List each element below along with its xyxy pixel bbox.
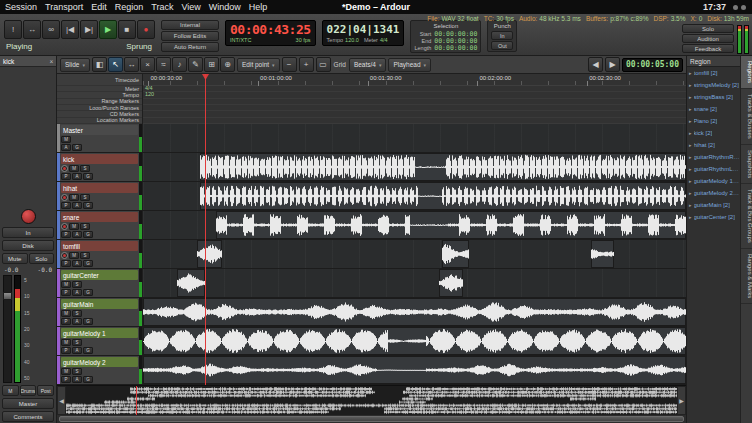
nudge-clock[interactable]: 00:00:05:00 (622, 58, 683, 72)
region-list-item[interactable]: guitarMain [2] (687, 199, 740, 211)
region-list-item[interactable]: guitarRhythmRight [2] (687, 151, 740, 163)
tab-snapshots[interactable]: Snapshots (741, 145, 752, 184)
zoom-in-button[interactable]: + (299, 57, 314, 72)
timeline-rulers[interactable]: 00:00:30:0000:01:00:0000:01:30:0000:02:0… (143, 74, 686, 124)
track-name-label[interactable]: guitarCenter (61, 270, 138, 280)
track-a-button[interactable]: A (72, 173, 82, 180)
track-header-guitarmelody-2[interactable]: guitarMelody 2MSPAG (57, 356, 143, 384)
gain-display[interactable]: -0.0 (4, 266, 18, 273)
tab-tracks-busses[interactable]: Tracks & Busses (741, 89, 752, 145)
menu-edit[interactable]: Edit (91, 0, 107, 14)
track-lane-kick[interactable] (143, 153, 686, 181)
comments-button[interactable]: Comments (2, 411, 54, 422)
expand-triangle-icon[interactable] (689, 106, 692, 112)
disk-monitor-button[interactable]: Disk (2, 240, 54, 251)
track-m-button[interactable]: M (69, 165, 79, 172)
record-enable-button[interactable] (21, 209, 36, 224)
tool-smart-mode-button[interactable]: ◧ (92, 57, 107, 72)
gain-fader[interactable] (3, 275, 12, 383)
session-summary[interactable]: ◀ ▶ (57, 385, 686, 415)
tab-track-bus-groups[interactable]: Track & Bus Groups (741, 184, 752, 249)
track-s-button[interactable]: S (72, 310, 82, 317)
track-name-label[interactable]: kick (61, 154, 138, 164)
track-lane-guitarmelody-1[interactable] (143, 327, 686, 355)
track-a-button[interactable]: A (72, 231, 82, 238)
region-list-item[interactable]: guitarRhythmLeft [2] (687, 163, 740, 175)
track-name-label[interactable]: guitarMain (61, 299, 138, 309)
expand-triangle-icon[interactable] (689, 118, 692, 124)
record-arm-button[interactable] (61, 252, 68, 259)
track-name-label[interactable]: snare (61, 212, 138, 222)
secondary-clock-value[interactable]: 022|04|1341 (327, 23, 400, 37)
sync-source-label[interactable]: INT/XTC (230, 37, 251, 43)
menu-window[interactable]: Window (209, 0, 241, 14)
region-list-item[interactable]: guitarMelody 2 [2] (687, 187, 740, 199)
track-m-button[interactable]: M (61, 339, 71, 346)
record-arm-button[interactable] (61, 165, 68, 172)
region-list-item[interactable]: snare [2] (687, 103, 740, 115)
track-lane-hihat[interactable] (143, 182, 686, 210)
tempo-value[interactable]: 120.0 (345, 37, 359, 43)
nudge-back-button[interactable]: ◀ (588, 57, 603, 72)
track-g-button[interactable]: G (83, 289, 93, 296)
timecode-ruler[interactable]: 00:00:30:0000:01:00:0000:01:30:0000:02:0… (143, 74, 686, 86)
expand-triangle-icon[interactable] (689, 154, 692, 160)
shuttle-mode-button[interactable]: Sprung (126, 42, 152, 51)
midi-panic-button[interactable]: ! (4, 20, 22, 39)
edit-point-dropdown[interactable]: Edit point (237, 58, 280, 72)
meter-marker[interactable]: 4/4 (145, 85, 153, 91)
track-m-button[interactable]: M (69, 223, 79, 230)
tool-audition-button[interactable]: ♪ (172, 57, 187, 72)
track-g-button[interactable]: G (83, 173, 93, 180)
expand-triangle-icon[interactable] (689, 82, 692, 88)
m-button[interactable]: M (2, 385, 19, 396)
primary-clock-value[interactable]: 00:00:43:25 (230, 23, 311, 37)
track-header-tomfill[interactable]: tomfillMSPAG (57, 240, 143, 268)
tab-ranges-marks[interactable]: Ranges & Marks (741, 249, 752, 304)
region-list-item[interactable]: kick [2] (687, 127, 740, 139)
track-p-button[interactable]: P (61, 173, 71, 180)
option-internal-button[interactable]: Internal (161, 20, 219, 30)
expand-triangle-icon[interactable] (689, 214, 692, 220)
fader-handle[interactable] (3, 292, 12, 300)
region-list-item[interactable]: guitarMelody 1 [2] (687, 175, 740, 187)
track-header-snare[interactable]: snareMSPAG (57, 211, 143, 239)
loop-button[interactable]: ∞ (42, 20, 60, 39)
tool-draw-button[interactable]: ✎ (188, 57, 203, 72)
system-tray-icons[interactable] (733, 5, 746, 10)
menu-session[interactable]: Session (5, 0, 37, 14)
tool-stretch-button[interactable]: ≈ (156, 57, 171, 72)
ruler-label-timecode[interactable]: Timecode (57, 74, 142, 86)
record-arm-button[interactable] (61, 194, 68, 201)
track-p-button[interactable]: P (61, 202, 71, 209)
horizontal-scrollbar[interactable] (57, 415, 686, 423)
region-list-item[interactable]: hihat [2] (687, 139, 740, 151)
region-list-item[interactable]: guitarCenter [2] (687, 211, 740, 223)
track-name-label[interactable]: hihat (61, 183, 138, 193)
track-lane-guitarmain[interactable] (143, 298, 686, 326)
track-name-label[interactable]: Master (61, 125, 138, 135)
expand-triangle-icon[interactable] (689, 142, 692, 148)
shuttle-button[interactable]: ↔ (23, 20, 41, 39)
track-s-button[interactable]: S (80, 223, 90, 230)
track-m-button[interactable]: M (61, 136, 71, 143)
menu-view[interactable]: View (181, 0, 200, 14)
audition-button[interactable]: Audition (682, 34, 734, 43)
primary-clock[interactable]: 00:00:43:25 INT/XTC 30 fps (225, 20, 316, 46)
menu-transport[interactable]: Transport (45, 0, 83, 14)
expand-triangle-icon[interactable] (689, 70, 692, 76)
summary-scroll-left-button[interactable]: ◀ (57, 386, 66, 415)
menu-track[interactable]: Track (151, 0, 173, 14)
track-g-button[interactable]: G (72, 144, 82, 151)
tool-cut-button[interactable]: × (140, 57, 155, 72)
track-lane-guitarmelody-2[interactable] (143, 356, 686, 384)
close-icon[interactable]: × (47, 58, 56, 65)
expand-triangle-icon[interactable] (689, 166, 692, 172)
track-lane-master[interactable] (143, 124, 686, 152)
stop-button[interactable]: ■ (118, 20, 136, 39)
track-lane-tomfill[interactable] (143, 240, 686, 268)
zoom-to-session-button[interactable]: ▭ (316, 57, 331, 72)
track-lane-guitarcenter[interactable] (143, 269, 686, 297)
solo-button[interactable]: Solo (682, 24, 734, 33)
region-list-item[interactable]: tomfill [2] (687, 67, 740, 79)
